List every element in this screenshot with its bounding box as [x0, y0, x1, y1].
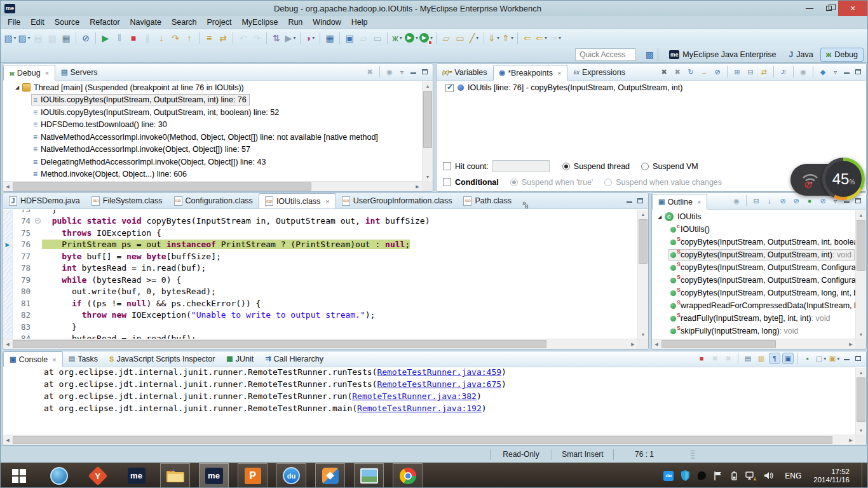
- stack-frame[interactable]: ≡HDFSDemo.testDownload() line: 30: [31, 119, 170, 130]
- outline-options-button[interactable]: ◉: [731, 195, 742, 207]
- skip-all-breakpoints-button[interactable]: ⊘: [79, 31, 92, 45]
- code-text[interactable]: bytesRead = in.read(buf);: [42, 334, 196, 339]
- editor-ruler[interactable]: [3, 297, 13, 309]
- console-vscrollbar[interactable]: ▲▼: [855, 368, 866, 435]
- language-indicator[interactable]: ENG: [785, 471, 801, 480]
- collapse-all-button[interactable]: ⊟: [745, 66, 756, 78]
- pin-console-button[interactable]: ▪: [802, 353, 813, 364]
- menu-run[interactable]: Run: [283, 17, 307, 28]
- outline-tree[interactable]: ◢CIOUtilscIOUtils()ScopyBytes(InputStrea…: [652, 210, 855, 339]
- outline-member-row[interactable]: ScopyBytes(InputStream, OutputStream, lo…: [652, 287, 855, 299]
- stack-frame-row[interactable]: ≡Method.invoke(Object, Object...) line: …: [3, 168, 422, 181]
- breakpoints-list[interactable]: IOUtils [line: 76] - copyBytes(InputStre…: [437, 81, 866, 156]
- menu-search[interactable]: Search: [167, 17, 201, 28]
- stack-frame[interactable]: ≡IOUtils.copyBytes(InputStream, OutputSt…: [31, 107, 282, 118]
- editor-ruler[interactable]: [3, 210, 13, 215]
- mark-occurrences-button[interactable]: ╱▾: [468, 31, 480, 45]
- console-hscrollbar[interactable]: ◀▶: [3, 435, 855, 445]
- dropdown-caret-icon[interactable]: ▾: [416, 35, 418, 41]
- breakpoints-maximize-button[interactable]: [853, 67, 864, 77]
- editor-maximize-button[interactable]: [635, 196, 646, 206]
- breakpoints-tab-breakpoints[interactable]: ◉*Breakpoints×: [493, 65, 568, 81]
- editor-tab-path-class[interactable]: 010Path.class: [458, 193, 517, 208]
- dropdown-caret-icon[interactable]: ▾: [545, 35, 547, 41]
- code-text[interactable]: throw new IOException("Unable to write t…: [42, 310, 375, 320]
- forward-history-button[interactable]: ⇒▾: [549, 31, 562, 45]
- outline-member-row[interactable]: cIOUtils(): [652, 223, 855, 236]
- outline-member[interactable]: ScopyBytes(InputStream, OutputStream, Co…: [668, 262, 855, 273]
- perspective-java[interactable]: JJava: [783, 48, 819, 62]
- remove-launch-button[interactable]: ✖: [709, 353, 721, 364]
- clock[interactable]: 17:52 2014/11/16: [813, 468, 850, 484]
- outline-member[interactable]: ScopyBytes(InputStream, OutputStream, in…: [668, 249, 855, 261]
- scroll-lock-button[interactable]: ▥: [756, 353, 767, 364]
- console-tab-tasks[interactable]: ▤Tasks: [63, 351, 104, 367]
- console-tab-call-hierarchy[interactable]: ⇉Call Hierarchy: [259, 351, 329, 367]
- stack-trace-link[interactable]: RemoteTestRunner.java:192: [357, 403, 482, 413]
- resume-button[interactable]: ▶: [99, 31, 112, 45]
- outline-vscrollbar[interactable]: ▲▼: [855, 210, 866, 339]
- code-text[interactable]: out.write(buf, 0, bytesRead);: [42, 287, 216, 296]
- stack-frame[interactable]: ≡DelegatingMethodAccessorImpl.invoke(Obj…: [31, 156, 269, 168]
- sort-alphabetically-button[interactable]: ↓: [764, 195, 775, 207]
- hit-count-input[interactable]: [492, 160, 550, 172]
- outline-member-row[interactable]: ScopyBytes(InputStream, OutputStream, in…: [652, 248, 855, 261]
- debug-maximize-button[interactable]: [419, 67, 430, 77]
- last-edit-location-button[interactable]: ⇐: [521, 31, 534, 45]
- debug-thread-row[interactable]: ◢Thread [main] (Suspended (breakpoint at…: [3, 81, 422, 94]
- git-client-taskbar-item[interactable]: Y: [83, 463, 112, 488]
- open-type-button[interactable]: ▱: [440, 31, 452, 45]
- expand-all-button[interactable]: ⊞: [731, 66, 743, 78]
- editor-hscrollbar[interactable]: ◀▶: [3, 339, 637, 349]
- editor-tab-ioutils-class[interactable]: 010IOUtils.class×: [259, 193, 336, 208]
- stack-frame-row[interactable]: ≡HDFSDemo.testDownload() line: 30: [3, 119, 422, 132]
- hide-local-types-button[interactable]: ⊘: [817, 195, 829, 207]
- debug-stack-tree[interactable]: ◢Thread [main] (Suspended (breakpoint at…: [3, 81, 422, 181]
- new-wizard-button[interactable]: ▧▾: [4, 31, 17, 45]
- add-java-exception-breakpoint-button[interactable]: J!: [778, 66, 789, 78]
- menu-myeclipse[interactable]: MyEclipse: [237, 17, 282, 28]
- dropdown-caret-icon[interactable]: ▾: [476, 35, 478, 41]
- outline-member[interactable]: ScopyBytes(InputStream, OutputStream, Co…: [668, 274, 855, 286]
- dropdown-caret-icon[interactable]: ▾: [312, 35, 315, 41]
- perspective-debug[interactable]: жDebug: [820, 48, 864, 62]
- flag-tray-icon[interactable]: [714, 471, 722, 481]
- browser-globe-taskbar-item[interactable]: [44, 463, 74, 488]
- clear-console-button[interactable]: ▤: [742, 353, 754, 364]
- terminate-button[interactable]: ■: [127, 31, 140, 45]
- volume-tray-icon[interactable]: [764, 471, 774, 480]
- dropdown-caret-icon[interactable]: ▾: [559, 35, 561, 41]
- suspend-thread-radio[interactable]: [562, 163, 570, 170]
- remove-all-launches-button[interactable]: ✖: [722, 353, 734, 364]
- code-text[interactable]: }: [42, 210, 57, 214]
- outline-root-row[interactable]: ◢CIOUtils: [652, 210, 855, 223]
- back-history-button[interactable]: ⇐▾: [535, 31, 548, 45]
- editor-tab-configuration-class[interactable]: 010Configuration.class: [168, 193, 259, 208]
- web-browser-20-button[interactable]: ▣: [343, 31, 356, 45]
- editor-ruler[interactable]: [3, 321, 13, 333]
- show-console-on-output-button[interactable]: ▣: [782, 353, 794, 364]
- console-minimize-button[interactable]: [841, 353, 852, 363]
- breakpoints-minimize-button[interactable]: [841, 67, 852, 77]
- outline-member-row[interactable]: ScopyBytes(InputStream, OutputStream, Co…: [652, 261, 855, 274]
- potplayer-taskbar-item[interactable]: P: [238, 463, 268, 488]
- stack-frame-row[interactable]: ≡IOUtils.copyBytes(InputStream, OutputSt…: [3, 94, 422, 107]
- open-console-button[interactable]: ▣▾: [829, 353, 840, 364]
- display-selected-console-button[interactable]: ▢▾: [815, 353, 827, 364]
- breakpoints-view-menu-icon[interactable]: ▿: [830, 67, 841, 77]
- editor-tab-filesystem-class[interactable]: 010FileSystem.class: [86, 193, 168, 208]
- use-step-filters-button[interactable]: ⇄: [217, 31, 229, 45]
- editor-ruler[interactable]: [3, 333, 13, 339]
- export-archive-button[interactable]: ▭: [371, 31, 384, 45]
- save-button[interactable]: ▤: [32, 31, 44, 45]
- stack-trace-link[interactable]: RemoteTestRunner.java:382: [352, 391, 477, 401]
- photo-viewer-taskbar-item[interactable]: [354, 463, 384, 488]
- code-text[interactable]: }: [42, 322, 77, 332]
- dropdown-caret-icon[interactable]: ▾: [497, 35, 499, 41]
- network-warning-tray-icon[interactable]: [745, 471, 757, 481]
- stack-frame[interactable]: ≡NativeMethodAccessorImpl.invoke0(Method…: [31, 132, 381, 143]
- profile-launch-button[interactable]: ▶▾: [419, 31, 433, 45]
- code-text[interactable]: throws IOException {: [42, 228, 161, 238]
- run-last-tool-button[interactable]: ▶▾: [284, 31, 297, 45]
- debug-vscrollbar[interactable]: ▲▼: [422, 81, 433, 181]
